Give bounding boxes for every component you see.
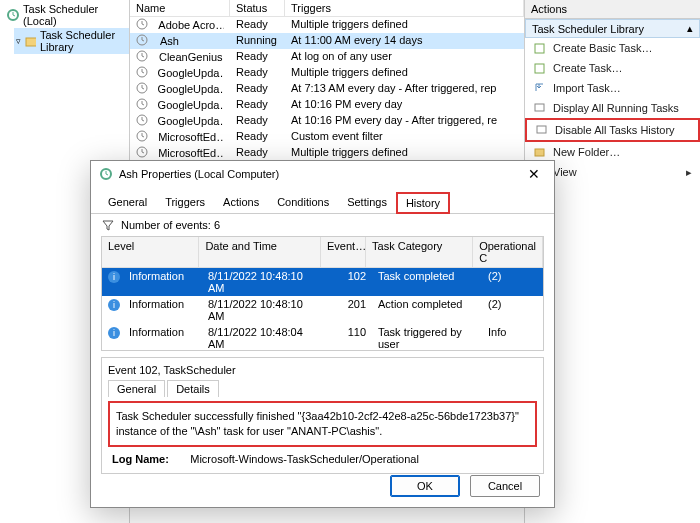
actions-group[interactable]: Task Scheduler Library ▴	[525, 19, 700, 38]
task-trigger: At 10:16 PM every day	[285, 97, 524, 113]
dialog-buttons: OK Cancel	[390, 475, 540, 497]
tab-actions[interactable]: Actions	[214, 192, 268, 214]
chevron-down-icon: ▿	[16, 36, 21, 46]
tab-general[interactable]: General	[99, 192, 156, 214]
info-icon: i	[108, 299, 120, 311]
clock-icon	[136, 114, 148, 128]
tree-root[interactable]: Task Scheduler (Local)	[4, 2, 129, 28]
action-label: Display All Running Tasks	[553, 102, 679, 114]
col-operational[interactable]: Operational C	[473, 237, 543, 267]
tab-triggers[interactable]: Triggers	[156, 192, 214, 214]
task-trigger: At 10:16 PM every day - After triggered,…	[285, 113, 524, 129]
svg-rect-1	[26, 38, 36, 46]
event-tab-details[interactable]: Details	[167, 380, 219, 397]
dialog-title: Ash Properties (Local Computer)	[119, 168, 279, 180]
history-row[interactable]: iInformation8/11/2022 10:48:04 AM110Task…	[102, 324, 543, 351]
col-triggers[interactable]: Triggers	[285, 0, 524, 16]
task-status: Ready	[230, 81, 285, 97]
row-level: Information	[123, 324, 190, 340]
col-date[interactable]: Date and Time	[199, 237, 321, 267]
tab-history[interactable]: History	[396, 192, 450, 214]
table-row[interactable]: MicrosoftEd…ReadyMultiple triggers defin…	[130, 145, 524, 161]
row-operational: Info	[482, 324, 543, 351]
task-status: Ready	[230, 145, 285, 161]
task-trigger: At 7:13 AM every day - After triggered, …	[285, 81, 524, 97]
action-item-create-basic-task[interactable]: Create Basic Task…	[525, 38, 700, 58]
col-category[interactable]: Task Category	[366, 237, 473, 267]
clock-icon	[136, 18, 148, 32]
tree-library-label: Task Scheduler Library	[40, 29, 127, 53]
table-row[interactable]: GoogleUpda…ReadyMultiple triggers define…	[130, 65, 524, 81]
task-name: MicrosoftEd…	[152, 146, 224, 160]
task-name: GoogleUpda…	[152, 66, 224, 80]
properties-dialog: Ash Properties (Local Computer) ✕ Genera…	[90, 160, 555, 508]
filter-icon[interactable]	[101, 218, 115, 232]
event-tab-general[interactable]: General	[108, 380, 165, 397]
event-message: Task Scheduler successfully finished "{3…	[108, 401, 537, 447]
tab-conditions[interactable]: Conditions	[268, 192, 338, 214]
row-date: 8/11/2022 10:48:10 AM	[202, 268, 327, 296]
action-label: Disable All Tasks History	[555, 124, 675, 136]
col-name[interactable]: Name	[130, 0, 230, 16]
action-item-import-task[interactable]: Import Task…	[525, 78, 700, 98]
scheduler-icon	[6, 8, 19, 22]
task-trigger: Multiple triggers defined	[285, 145, 524, 161]
history-grid: Level Date and Time Event… Task Category…	[101, 236, 544, 351]
info-icon: i	[108, 271, 120, 283]
col-level[interactable]: Level	[102, 237, 199, 267]
task-trigger: Multiple triggers defined	[285, 17, 524, 33]
info-icon: i	[108, 327, 120, 339]
action-item-new-folder[interactable]: New Folder…	[525, 142, 700, 162]
tab-settings[interactable]: Settings	[338, 192, 396, 214]
svg-rect-12	[535, 44, 544, 53]
col-event[interactable]: Event…	[321, 237, 366, 267]
chevron-right-icon: ▸	[686, 166, 692, 179]
svg-rect-16	[535, 149, 544, 156]
history-row[interactable]: iInformation8/11/2022 10:48:10 AM201Acti…	[102, 296, 543, 324]
task-status: Running	[230, 33, 285, 49]
log-label: Log Name:	[112, 453, 169, 465]
table-row[interactable]: CleanGeniusReadyAt log on of any user	[130, 49, 524, 65]
action-item-display-all-running-tasks[interactable]: Display All Running Tasks	[525, 98, 700, 118]
tree-root-label: Task Scheduler (Local)	[23, 3, 127, 27]
row-date: 8/11/2022 10:48:04 AM	[202, 324, 327, 351]
clock-icon	[136, 82, 148, 96]
clock-icon	[136, 66, 148, 80]
task-name: GoogleUpda…	[152, 114, 224, 128]
row-event: 201	[327, 296, 372, 324]
action-icon	[535, 123, 549, 137]
action-item-create-task[interactable]: Create Task…	[525, 58, 700, 78]
action-icon	[533, 101, 547, 115]
scheduler-icon	[99, 167, 113, 181]
svg-rect-13	[535, 64, 544, 73]
tree-library[interactable]: ▿ Task Scheduler Library	[14, 28, 129, 54]
clock-icon	[136, 50, 149, 64]
close-button[interactable]: ✕	[522, 166, 546, 182]
dialog-titlebar[interactable]: Ash Properties (Local Computer) ✕	[91, 161, 554, 187]
table-row[interactable]: AshRunningAt 11:00 AM every 14 days	[130, 33, 524, 49]
task-status: Ready	[230, 65, 285, 81]
history-header: Level Date and Time Event… Task Category…	[102, 237, 543, 268]
action-label: New Folder…	[553, 146, 620, 158]
event-tabs: General Details	[108, 380, 537, 397]
row-date: 8/11/2022 10:48:10 AM	[202, 296, 327, 324]
row-operational: (2)	[482, 296, 543, 324]
table-row[interactable]: MicrosoftEd…ReadyCustom event filter	[130, 129, 524, 145]
table-row[interactable]: GoogleUpda…ReadyAt 10:16 PM every day - …	[130, 113, 524, 129]
task-status: Ready	[230, 97, 285, 113]
cancel-button[interactable]: Cancel	[470, 475, 540, 497]
table-row[interactable]: GoogleUpda…ReadyAt 10:16 PM every day	[130, 97, 524, 113]
action-icon	[533, 41, 547, 55]
event-detail: Event 102, TaskScheduler General Details…	[101, 357, 544, 474]
action-item-disable-all-tasks-history[interactable]: Disable All Tasks History	[525, 118, 700, 142]
table-row[interactable]: GoogleUpda…ReadyAt 7:13 AM every day - A…	[130, 81, 524, 97]
task-status: Ready	[230, 129, 285, 145]
row-level: Information	[123, 296, 190, 312]
task-status: Ready	[230, 17, 285, 33]
table-row[interactable]: Adobe Acro…ReadyMultiple triggers define…	[130, 17, 524, 33]
svg-rect-15	[537, 126, 546, 133]
history-row[interactable]: iInformation8/11/2022 10:48:10 AM102Task…	[102, 268, 543, 296]
ok-button[interactable]: OK	[390, 475, 460, 497]
col-status[interactable]: Status	[230, 0, 285, 16]
clock-icon	[136, 98, 148, 112]
